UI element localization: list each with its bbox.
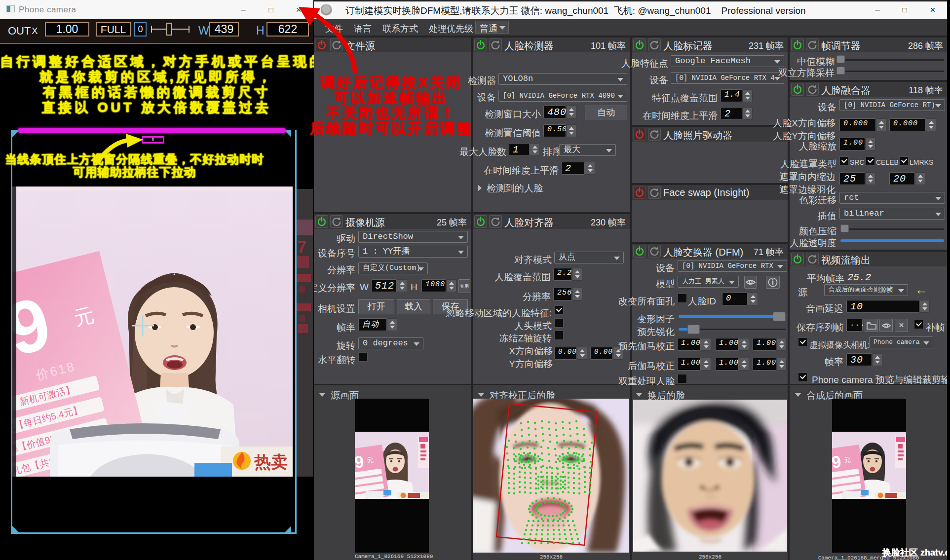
svg-text:元: 元	[844, 456, 851, 464]
svg-text:热卖: 热卖	[254, 452, 288, 471]
svg-text:元: 元	[367, 456, 374, 464]
